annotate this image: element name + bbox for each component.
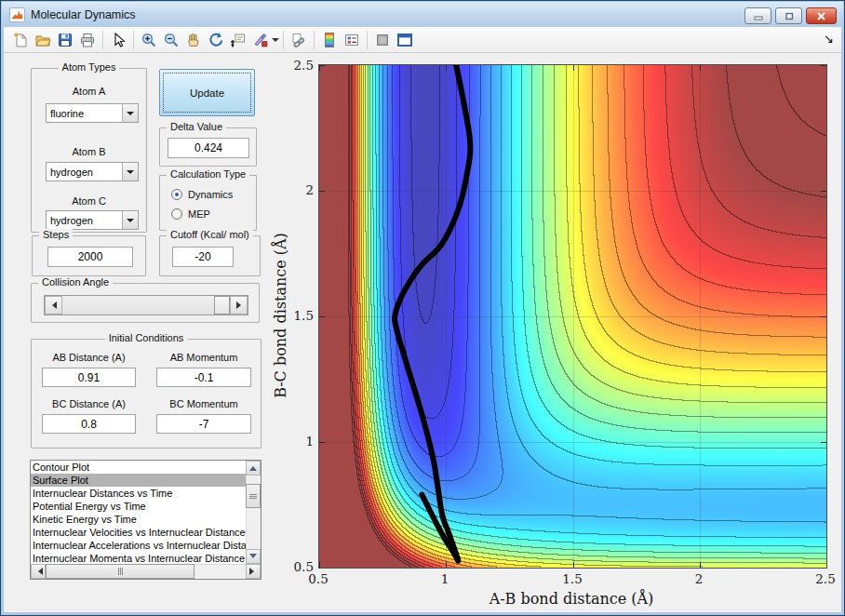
atom-a-dropdown[interactable]: fluorine [46,103,139,123]
y-axis-label: B-C bond distance (Å) [272,233,289,398]
list-item[interactable]: Internuclear Velocities vs Internuclear … [31,526,246,539]
ab-momentum-label: AB Momentum [156,352,251,363]
x-axis-label: A-B bond distance (Å) [490,590,654,608]
open-file-icon[interactable] [32,29,54,51]
collision-angle-title: Collision Angle [38,276,113,288]
x-tick-label: 2.5 [815,571,835,586]
y-tick-label: 0.5 [284,559,314,574]
atom-c-dropdown[interactable]: hydrogen [46,210,139,230]
figure-content: Atom Types Atom A fluorine Atom B hydrog… [4,53,841,612]
dock-figure-icon[interactable] [394,29,416,51]
list-item[interactable]: Internuclear Accelerations vs Internucle… [31,539,246,552]
ab-momentum-field[interactable] [156,368,251,387]
slider-right-arrow[interactable] [230,296,248,315]
atom-b-label: Atom B [32,146,146,157]
toolbar-separator [133,31,134,49]
atom-c-dropdown-arrow-icon[interactable] [122,211,138,229]
brush-data-icon[interactable] [249,29,272,51]
titlebar[interactable]: Molecular Dynamics [2,2,843,27]
x-tick-label: 2 [695,571,704,586]
toolbar-separator [283,31,284,49]
list-item[interactable]: Surface Plot [31,474,246,487]
calculation-type-title: Calculation Type [167,168,249,180]
initial-conditions-title: Initial Conditions [105,332,188,343]
atom-b-dropdown[interactable]: hydrogen [46,162,139,181]
initial-conditions-panel: Initial Conditions AB Distance (A) AB Mo… [31,339,262,449]
scroll-right-arrow[interactable] [246,564,261,579]
atom-types-panel: Atom Types Atom A fluorine Atom B hydrog… [31,68,147,233]
calculation-type-panel: Calculation Type Dynamics MEP [159,175,257,231]
zoom-out-icon[interactable] [160,29,182,51]
atom-b-value: hydrogen [47,167,122,178]
toolbar-overflow-icon[interactable]: ↘ [824,32,834,46]
scroll-up-arrow[interactable] [246,461,261,475]
bc-distance-label: BC Distance (A) [42,398,136,409]
y-tick-label: 1 [284,434,314,449]
bc-momentum-label: BC Momentum [156,398,251,409]
dynamics-radio-row[interactable]: Dynamics [171,189,233,200]
cutoff-title: Cutoff (Kcal/ mol) [167,229,253,240]
maximize-button[interactable] [775,7,802,24]
list-item[interactable]: Potential Energy vs Time [31,500,246,513]
brush-dropdown-icon[interactable] [272,38,279,46]
list-item[interactable]: Contour Plot [31,461,246,474]
new-document-icon[interactable] [9,29,32,51]
rotate-3d-icon[interactable] [205,29,227,51]
minimize-button[interactable] [744,7,771,24]
save-icon[interactable] [54,29,76,51]
update-button[interactable]: Update [159,69,255,116]
vertical-scroll-thumb[interactable] [246,484,261,508]
pes-plot-canvas[interactable] [318,64,827,569]
bc-momentum-field[interactable] [156,414,251,434]
plot-type-listbox[interactable]: Contour Plot Surface Plot Internuclear D… [30,460,262,580]
atom-c-value: hydrogen [47,215,122,226]
list-item[interactable]: Kinetic Energy vs Time [31,513,246,526]
mep-radio-row[interactable]: MEP [171,208,210,220]
print-icon[interactable] [76,29,99,51]
pan-hand-icon[interactable] [182,29,205,51]
data-cursor-icon[interactable] [227,29,249,51]
matlab-icon [9,7,25,22]
delta-value-title: Delta Value [167,121,226,132]
list-item[interactable]: Internuclear Momenta vs Internuclear Dis… [31,552,246,564]
toolbar-separator [367,31,368,49]
atom-a-dropdown-arrow-icon[interactable] [122,104,138,122]
y-tick-label: 2.5 [284,58,314,73]
figure-toolbar: ↘ [4,27,841,53]
insert-colorbar-icon[interactable] [318,29,341,51]
atom-types-title: Atom Types [59,61,120,73]
delta-value-panel: Delta Value [159,127,257,167]
y-tick-label: 2 [284,182,314,197]
horizontal-scrollbar[interactable] [31,564,261,579]
scroll-left-arrow[interactable] [31,564,46,579]
ab-distance-field[interactable] [42,368,136,387]
cutoff-field[interactable] [172,247,234,267]
atom-b-dropdown-arrow-icon[interactable] [122,163,138,181]
insert-legend-icon[interactable] [341,29,363,51]
steps-field[interactable] [47,247,133,267]
collision-angle-panel: Collision Angle [31,283,260,323]
toolbar-separator [314,31,315,49]
dynamics-radio[interactable] [171,189,182,200]
slider-track[interactable] [62,296,230,315]
list-item[interactable]: Internuclear Distances vs Time [31,487,246,500]
mep-radio[interactable] [171,208,182,220]
ab-distance-label: AB Distance (A) [42,352,136,363]
delta-value-field[interactable] [168,138,249,158]
selection-arrow-icon[interactable] [107,29,129,51]
atom-c-label: Atom C [32,195,146,207]
cutoff-panel: Cutoff (Kcal/ mol) [159,235,261,276]
vertical-scrollbar[interactable] [246,461,261,564]
figure-window: Molecular Dynamics [0,0,845,616]
zoom-in-icon[interactable] [138,29,160,51]
collision-angle-slider[interactable] [44,295,248,315]
horizontal-scroll-thumb[interactable] [46,564,194,579]
scroll-down-arrow[interactable] [246,549,261,564]
slider-thumb[interactable] [214,296,230,315]
steps-panel: Steps [32,235,146,276]
slider-left-arrow[interactable] [45,296,62,315]
link-plot-icon[interactable] [288,29,310,51]
bc-distance-field[interactable] [42,414,136,434]
close-button[interactable] [806,7,837,24]
hide-plot-tools-icon[interactable] [371,29,394,51]
